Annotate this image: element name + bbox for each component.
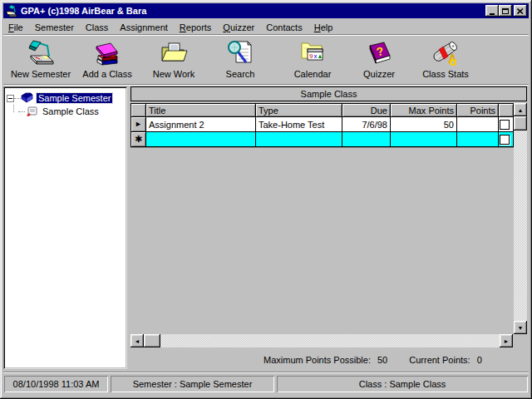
app-icon[interactable] <box>5 4 18 17</box>
quizzer-button[interactable]: ? Quizzer <box>346 38 412 83</box>
column-header-type[interactable]: Type <box>256 103 342 117</box>
scroll-down-icon[interactable]: ▼ <box>514 321 527 334</box>
column-header-points[interactable]: Points <box>457 103 499 117</box>
grid-caption-text: Sample Class <box>301 89 357 99</box>
search-button[interactable]: Search <box>207 38 273 83</box>
column-header-checkbox <box>499 103 514 117</box>
class-stats-button[interactable]: Class Stats <box>412 38 479 83</box>
book-stack-icon <box>92 40 122 66</box>
calendar-label: Calendar <box>294 69 332 79</box>
diploma-scroll-icon <box>431 40 461 66</box>
add-a-class-button[interactable]: Add a Class <box>74 38 140 83</box>
cell-title[interactable]: Assignment 2 <box>146 117 256 132</box>
menu-assignment[interactable]: Assignment <box>120 22 167 32</box>
close-button[interactable] <box>514 5 527 17</box>
status-class: Class : Sample Class <box>277 376 528 392</box>
calendar-window-icon: 9 x <box>298 40 328 66</box>
table-row[interactable]: ► Assignment 2 Take-Home Test 7/6/98 50 <box>131 117 514 132</box>
class-icon <box>25 105 38 118</box>
tree-label-sample-class[interactable]: Sample Class <box>41 106 101 116</box>
current-record-arrow-icon: ► <box>135 121 142 128</box>
minimize-button[interactable] <box>485 5 499 17</box>
horizontal-scroll-thumb[interactable] <box>144 334 160 347</box>
close-icon <box>517 8 524 14</box>
menu-file[interactable]: File <box>8 22 23 32</box>
new-semester-label: New Semester <box>11 69 71 79</box>
cell-checkbox[interactable] <box>499 117 514 132</box>
horizontal-scrollbar[interactable]: ◄ ► <box>131 334 513 347</box>
vertical-scrollbar[interactable]: ▲ ▼ <box>514 103 527 334</box>
column-header-due[interactable]: Due <box>342 103 391 117</box>
vertical-scroll-track[interactable] <box>514 131 527 321</box>
tree-connector <box>18 111 25 112</box>
tree-connector <box>13 105 14 112</box>
status-bar: 08/10/1998 11:03 AM Semester : Sample Se… <box>3 374 529 394</box>
cell-type[interactable]: Take-Home Test <box>256 117 342 132</box>
cell-points[interactable] <box>457 117 499 132</box>
new-cell-due[interactable] <box>342 132 391 147</box>
menu-reports[interactable]: Reports <box>180 22 212 32</box>
semester-icon <box>21 91 34 105</box>
column-header-title[interactable]: Title <box>146 103 256 117</box>
current-points-label: Current Points: <box>409 355 470 365</box>
tree-label-sample-semester[interactable]: Sample Semester <box>37 93 112 103</box>
open-folder-icon <box>159 40 189 66</box>
toolbar-separator <box>3 84 529 86</box>
horizontal-scroll-track[interactable] <box>160 334 500 347</box>
new-work-label: New Work <box>153 69 195 79</box>
scroll-right-icon[interactable]: ► <box>500 334 513 347</box>
new-work-button[interactable]: New Work <box>140 38 207 83</box>
grid-header-row: Title Type Due Max Points Points <box>131 103 514 117</box>
row-checkbox[interactable] <box>500 120 510 130</box>
scroll-up-icon[interactable]: ▲ <box>514 103 527 116</box>
cell-due[interactable]: 7/6/98 <box>342 117 391 132</box>
record-selector-new[interactable]: ✱ <box>131 132 146 147</box>
points-summary: Maximum Points Possible: 50 Current Poin… <box>131 349 527 371</box>
semester-tree: Sample Semester Sample Class <box>3 86 127 369</box>
record-selector-current[interactable]: ► <box>131 117 146 132</box>
title-bar: GPA+ (c)1998 AirBear & Bara <box>3 3 529 18</box>
desk-lamp-icon <box>26 40 56 66</box>
status-datetime: 08/10/1998 11:03 AM <box>4 376 108 392</box>
app-window: GPA+ (c)1998 AirBear & Bara File Semeste… <box>0 0 532 399</box>
class-stats-label: Class Stats <box>422 69 469 79</box>
current-points-value: 0 <box>477 355 482 365</box>
statusbar-separator <box>3 372 529 373</box>
svg-text:x: x <box>314 52 318 60</box>
tree-connector <box>14 98 21 99</box>
menu-bar: File Semester Class Assignment Reports Q… <box>3 20 529 35</box>
new-row-checkbox[interactable] <box>500 135 510 145</box>
new-record-star-icon: ✱ <box>135 135 142 144</box>
menu-semester[interactable]: Semester <box>35 22 74 32</box>
menu-class[interactable]: Class <box>86 22 109 32</box>
menu-contacts[interactable]: Contacts <box>266 22 302 32</box>
max-points-possible-label: Maximum Points Possible: <box>264 355 371 365</box>
menu-quizzer[interactable]: Quizzer <box>223 22 254 32</box>
new-semester-button[interactable]: New Semester <box>7 38 74 83</box>
calendar-button[interactable]: 9 x Calendar <box>279 38 346 83</box>
quizzer-label: Quizzer <box>363 69 395 79</box>
vertical-scroll-thumb[interactable] <box>514 116 527 131</box>
collapse-minus-icon[interactable] <box>7 95 14 102</box>
max-points-possible-value: 50 <box>377 355 387 365</box>
maximize-button[interactable] <box>499 5 512 17</box>
tree-item-sample-semester[interactable]: Sample Semester <box>7 91 124 105</box>
scrollbar-corner <box>513 334 527 347</box>
add-a-class-label: Add a Class <box>82 69 131 79</box>
new-record-row[interactable]: ✱ <box>131 132 514 147</box>
status-semester: Semester : Sample Semester <box>111 376 274 392</box>
menu-help[interactable]: Help <box>314 22 333 32</box>
magnifier-document-icon <box>225 40 255 66</box>
column-header-max-points[interactable]: Max Points <box>391 103 457 117</box>
tree-item-sample-class[interactable]: Sample Class <box>7 105 124 118</box>
new-cell-checkbox[interactable] <box>499 132 514 147</box>
new-cell-max-points[interactable] <box>391 132 457 147</box>
grid-caption: Sample Class <box>131 86 527 101</box>
new-cell-points[interactable] <box>457 132 499 147</box>
new-cell-type[interactable] <box>256 132 342 147</box>
cell-max-points[interactable]: 50 <box>391 117 457 132</box>
minimize-icon <box>490 13 495 15</box>
new-cell-title[interactable] <box>146 132 256 147</box>
scroll-left-icon[interactable]: ◄ <box>131 334 144 347</box>
search-label: Search <box>226 69 255 79</box>
